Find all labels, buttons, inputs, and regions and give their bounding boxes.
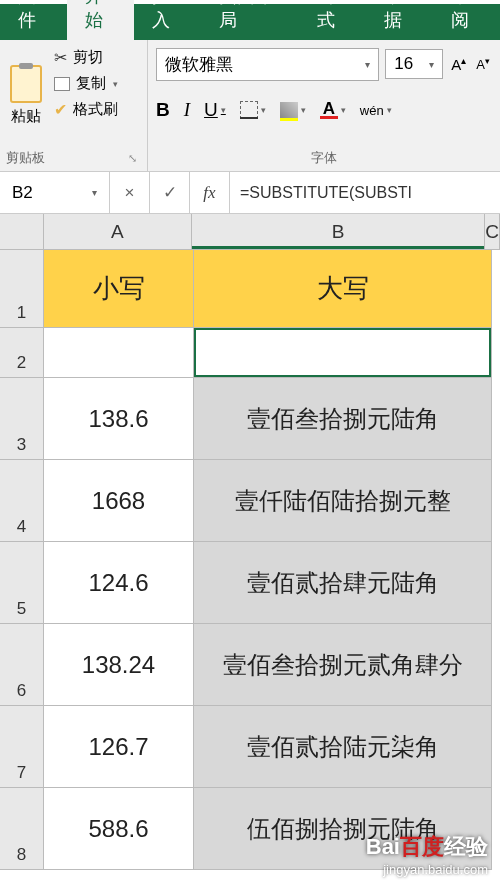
cell[interactable]: 1668	[44, 460, 194, 542]
ribbon-tabs: 文件 开始 插入 页面布局 公式 数据 审阅	[0, 4, 500, 40]
insert-function-button[interactable]: fx	[190, 172, 230, 213]
name-box-value: B2	[12, 183, 33, 203]
cell[interactable]: 壹佰叁拾捌元贰角肆分	[194, 624, 492, 706]
font-name-value: 微软雅黑	[165, 53, 233, 76]
row-header[interactable]: 2	[0, 328, 44, 378]
chevron-down-icon: ▾	[387, 105, 392, 115]
font-group: 微软雅黑 ▾ 16 ▾ A▴ A▾ B I U▾ ▾ ▾ A▾ wén▾ 字体	[148, 40, 500, 171]
copy-label: 复制	[76, 74, 106, 93]
font-color-button[interactable]: A▾	[320, 102, 346, 119]
clipboard-icon	[10, 65, 42, 103]
cell[interactable]: 壹佰贰拾陆元柒角	[194, 706, 492, 788]
chevron-down-icon: ▾	[301, 105, 306, 115]
chevron-down-icon: ▾	[261, 105, 266, 115]
watermark: Bai百度经验 jingyan.baidu.com	[366, 832, 488, 877]
cell[interactable]: 138.6	[44, 378, 194, 460]
clipboard-dialog-launcher[interactable]: ⤡	[124, 152, 141, 165]
font-size-select[interactable]: 16 ▾	[385, 49, 443, 79]
chevron-down-icon: ▾	[341, 105, 346, 115]
chevron-down-icon: ▾	[92, 187, 97, 198]
cut-button[interactable]: ✂ 剪切	[50, 46, 141, 69]
copy-icon	[54, 77, 70, 91]
copy-button[interactable]: 复制 ▾	[50, 72, 141, 95]
grow-font-button[interactable]: A▴	[449, 53, 468, 75]
tab-home[interactable]: 开始	[67, 0, 134, 40]
font-size-value: 16	[394, 54, 413, 74]
font-group-label: 字体	[156, 145, 492, 171]
paste-label: 粘贴	[11, 107, 41, 126]
font-name-select[interactable]: 微软雅黑 ▾	[156, 48, 379, 81]
chevron-down-icon: ▾	[221, 105, 226, 115]
cell[interactable]: 126.7	[44, 706, 194, 788]
cell[interactable]: 壹佰叁拾捌元陆角	[194, 378, 492, 460]
cell[interactable]: 大写	[194, 250, 492, 328]
tab-data[interactable]: 数据	[366, 0, 433, 40]
underline-button[interactable]: U▾	[204, 99, 226, 121]
cell[interactable]	[44, 328, 194, 378]
chevron-down-icon: ▾	[365, 59, 370, 70]
cut-label: 剪切	[73, 48, 103, 67]
shrink-font-button[interactable]: A▾	[474, 54, 492, 74]
cell[interactable]: 壹仟陆佰陆拾捌元整	[194, 460, 492, 542]
tab-page-layout[interactable]: 页面布局	[201, 0, 299, 40]
row-header[interactable]: 5	[0, 542, 44, 624]
fill-color-button[interactable]: ▾	[280, 102, 306, 118]
chevron-down-icon: ▾	[429, 59, 434, 70]
select-all-corner[interactable]	[0, 214, 44, 250]
brush-icon: ✔	[54, 100, 67, 119]
cell[interactable]: 壹佰贰拾肆元陆角	[194, 542, 492, 624]
chevron-down-icon: ▾	[113, 79, 118, 89]
font-color-icon: A	[320, 102, 338, 119]
clipboard-group-label: 剪贴板	[6, 145, 45, 171]
scissors-icon: ✂	[54, 48, 67, 67]
row-header[interactable]: 7	[0, 706, 44, 788]
row-header[interactable]: 4	[0, 460, 44, 542]
cell[interactable]: 588.6	[44, 788, 194, 870]
column-header-c[interactable]: C	[485, 214, 500, 250]
format-painter-button[interactable]: ✔ 格式刷	[50, 98, 141, 121]
cell[interactable]: 124.6	[44, 542, 194, 624]
borders-button[interactable]: ▾	[240, 101, 266, 119]
watermark-url: jingyan.baidu.com	[366, 862, 488, 877]
active-cell[interactable]	[194, 328, 492, 378]
italic-button[interactable]: I	[184, 99, 190, 121]
column-header-b[interactable]: B	[192, 214, 486, 250]
clipboard-group: 粘贴 ✂ 剪切 复制 ▾ ✔ 格式刷 剪贴板 ⤡	[0, 40, 148, 171]
watermark-logo: Bai百度经验	[366, 832, 488, 862]
row-header[interactable]: 8	[0, 788, 44, 870]
format-painter-label: 格式刷	[73, 100, 118, 119]
spreadsheet-grid: A B C 1 小写 大写 2 3 138.6 壹佰叁拾捌元陆角 4 1668 …	[0, 214, 500, 870]
tab-review[interactable]: 审阅	[433, 0, 500, 40]
row-header[interactable]: 1	[0, 250, 44, 328]
column-header-a[interactable]: A	[44, 214, 192, 250]
row-header[interactable]: 6	[0, 624, 44, 706]
formula-cancel-button[interactable]: ×	[110, 172, 150, 213]
bucket-icon	[280, 102, 298, 118]
name-box[interactable]: B2 ▾	[0, 172, 110, 213]
tab-formulas[interactable]: 公式	[299, 0, 366, 40]
cell[interactable]: 138.24	[44, 624, 194, 706]
bold-button[interactable]: B	[156, 99, 170, 121]
formula-bar: B2 ▾ × ✓ fx =SUBSTITUTE(SUBSTI	[0, 172, 500, 214]
formula-input[interactable]: =SUBSTITUTE(SUBSTI	[230, 172, 500, 213]
paste-button[interactable]: 粘贴	[6, 46, 46, 145]
formula-confirm-button[interactable]: ✓	[150, 172, 190, 213]
cell[interactable]: 小写	[44, 250, 194, 328]
tab-insert[interactable]: 插入	[134, 0, 201, 40]
tab-file[interactable]: 文件	[0, 0, 67, 40]
border-icon	[240, 101, 258, 119]
ribbon: 粘贴 ✂ 剪切 复制 ▾ ✔ 格式刷 剪贴板 ⤡	[0, 40, 500, 172]
phonetic-button[interactable]: wén▾	[360, 103, 392, 118]
row-header[interactable]: 3	[0, 378, 44, 460]
